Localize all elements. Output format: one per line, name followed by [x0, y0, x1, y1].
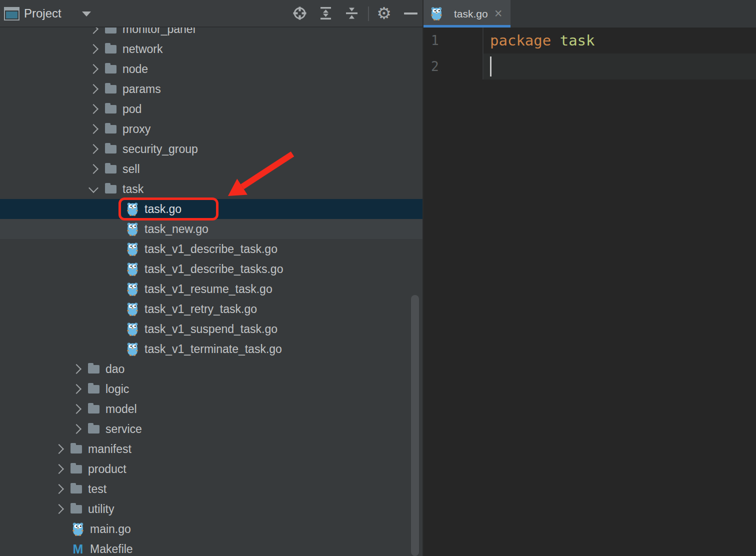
folder-icon: [70, 505, 82, 514]
tree-row[interactable]: params: [0, 79, 422, 99]
folder-icon: [105, 85, 116, 94]
folder-icon: [70, 445, 82, 454]
go-file-icon: [126, 262, 138, 276]
tree-row[interactable]: task: [0, 179, 422, 199]
tree-row[interactable]: dao: [0, 359, 422, 379]
tree-item-label: test: [88, 482, 106, 496]
tree-row[interactable]: logic: [0, 379, 422, 399]
tree-item-label: proxy: [122, 122, 150, 136]
chevron-down-icon[interactable]: [88, 183, 98, 193]
tree-item-label: network: [122, 42, 163, 56]
tree-item-label: utility: [88, 502, 114, 516]
tree-row[interactable]: network: [0, 39, 422, 59]
tree-row[interactable]: MMakefile: [0, 539, 422, 556]
tree-row[interactable]: task_new.go: [0, 219, 422, 239]
hide-panel-button[interactable]: [402, 6, 418, 22]
expand-all-icon: [318, 6, 334, 21]
chevron-right-icon[interactable]: [88, 84, 98, 94]
tree-item-label: task.go: [144, 202, 182, 216]
tree-row[interactable]: task_v1_terminate_task.go: [0, 339, 422, 359]
code-area[interactable]: package task: [482, 28, 756, 80]
tree-row[interactable]: utility: [0, 499, 422, 519]
tree-row[interactable]: task_v1_describe_task.go: [0, 239, 422, 259]
chevron-right-icon[interactable]: [72, 364, 82, 374]
tree-row[interactable]: task_v1_describe_tasks.go: [0, 259, 422, 279]
tree-row[interactable]: main.go: [0, 519, 422, 539]
tree-item-label: task_v1_describe_tasks.go: [144, 262, 283, 276]
tree-row[interactable]: task_v1_retry_task.go: [0, 299, 422, 319]
scrollbar-thumb[interactable]: [411, 295, 419, 556]
tool-window-icon: [4, 7, 20, 20]
go-file-icon: [126, 242, 138, 256]
code-token: task: [560, 32, 595, 49]
tree-row[interactable]: security_group: [0, 139, 422, 159]
settings-button[interactable]: ⚙: [376, 6, 392, 22]
tree-row[interactable]: product: [0, 459, 422, 479]
folder-icon: [105, 45, 116, 54]
tree-row[interactable]: manifest: [0, 439, 422, 459]
folder-icon: [88, 405, 100, 414]
tree-item-label: task: [122, 182, 144, 196]
tree-item-label: task_v1_describe_task.go: [144, 242, 278, 256]
file-tree: monitor_panelnetworknodeparamspodproxyse…: [0, 28, 422, 556]
tree-item-label: monitor_panel: [122, 28, 196, 36]
go-file-icon: [126, 342, 138, 356]
project-tool-window: Project: [0, 0, 422, 556]
tree-item-label: params: [122, 82, 161, 96]
tree-item-label: task_new.go: [144, 222, 208, 236]
code-line[interactable]: package task: [484, 28, 756, 54]
tree-row[interactable]: service: [0, 419, 422, 439]
tree-row[interactable]: model: [0, 399, 422, 419]
tree-row[interactable]: node: [0, 59, 422, 79]
tree-item-label: pod: [122, 102, 142, 116]
chevron-right-icon[interactable]: [72, 384, 82, 394]
chevron-right-icon[interactable]: [54, 504, 64, 514]
folder-icon: [88, 425, 100, 434]
chevron-right-icon[interactable]: [88, 44, 98, 54]
chevron-right-icon[interactable]: [72, 424, 82, 434]
text-caret: [490, 56, 492, 76]
expand-all-button[interactable]: [318, 6, 334, 22]
tree-item-label: task_v1_retry_task.go: [144, 302, 257, 316]
select-opened-file-button[interactable]: [292, 6, 308, 22]
chevron-right-icon[interactable]: [88, 28, 98, 34]
tree-row[interactable]: sell: [0, 159, 422, 179]
tree-item-label: task_v1_resume_task.go: [144, 282, 272, 296]
tab-task-go[interactable]: task.go ×: [424, 0, 510, 28]
chevron-right-icon[interactable]: [72, 404, 82, 414]
chevron-down-icon[interactable]: [82, 12, 91, 16]
chevron-right-icon[interactable]: [54, 444, 64, 454]
go-file-icon: [126, 302, 138, 316]
tree-row[interactable]: task_v1_resume_task.go: [0, 279, 422, 299]
tree-row[interactable]: monitor_panel: [0, 28, 422, 39]
tree-item-label: main.go: [90, 522, 131, 536]
gear-icon: ⚙: [376, 5, 392, 22]
chevron-right-icon[interactable]: [88, 164, 98, 174]
folder-icon: [105, 185, 116, 194]
collapse-all-button[interactable]: [344, 6, 360, 22]
close-icon[interactable]: ×: [494, 7, 502, 20]
chevron-right-icon[interactable]: [88, 124, 98, 134]
toolbar-separator: [368, 6, 369, 21]
tree-row[interactable]: pod: [0, 99, 422, 119]
tree-item-label: task_v1_terminate_task.go: [144, 342, 282, 356]
makefile-icon: M: [72, 542, 84, 556]
folder-icon: [88, 385, 100, 394]
chevron-right-icon[interactable]: [88, 64, 98, 74]
tree-row[interactable]: proxy: [0, 119, 422, 139]
chevron-right-icon[interactable]: [54, 484, 64, 494]
panel-title[interactable]: Project: [24, 0, 62, 26]
code-line[interactable]: [484, 54, 756, 80]
go-file-icon: [430, 7, 442, 20]
collapse-all-icon: [344, 6, 360, 21]
go-file-icon: [126, 202, 138, 216]
chevron-right-icon[interactable]: [54, 464, 64, 474]
tree-row[interactable]: task.go: [0, 199, 422, 219]
tree-row[interactable]: test: [0, 479, 422, 499]
chevron-right-icon[interactable]: [88, 104, 98, 114]
tree-item-label: task_v1_suspend_task.go: [144, 322, 278, 336]
minimize-icon: [404, 12, 418, 14]
chevron-right-icon[interactable]: [88, 144, 98, 154]
tree-row[interactable]: task_v1_suspend_task.go: [0, 319, 422, 339]
line-number: 2: [424, 54, 482, 80]
